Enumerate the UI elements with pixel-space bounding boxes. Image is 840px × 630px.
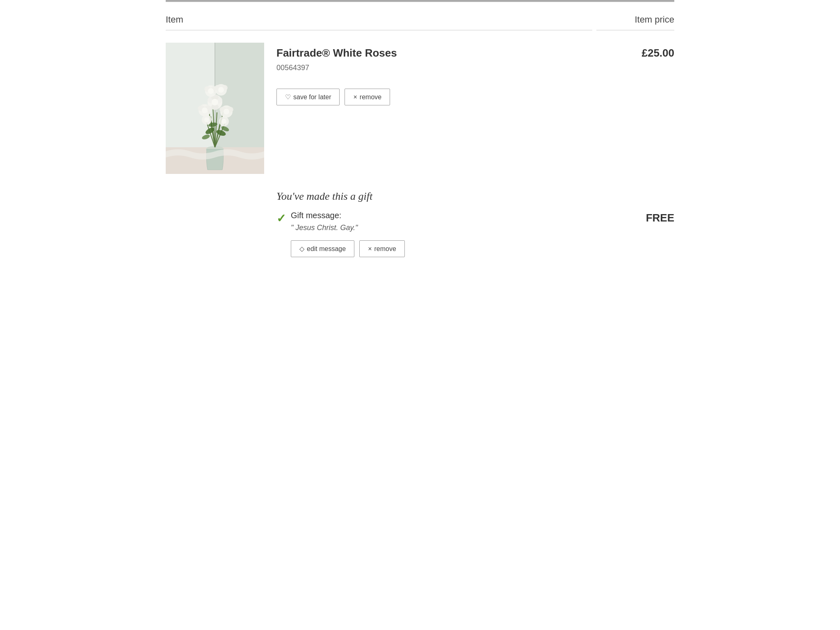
gift-message-label: Gift message: [291, 211, 405, 220]
svg-point-40 [218, 87, 224, 93]
svg-point-28 [202, 107, 208, 113]
gift-actions: ◇ edit message × remove [291, 240, 405, 257]
svg-point-36 [208, 88, 214, 94]
tag-icon: ◇ [299, 245, 304, 253]
gift-price: FREE [600, 211, 674, 224]
edit-message-label: edit message [307, 245, 346, 253]
item-price-column-header: Item price [635, 14, 674, 25]
svg-point-24 [212, 99, 218, 105]
heart-icon: ♡ [285, 93, 291, 101]
item-column-header: Item [166, 14, 183, 25]
save-for-later-label: save for later [293, 94, 331, 101]
page-wrapper: Item Item price [158, 0, 682, 265]
close-icon: × [353, 94, 357, 101]
save-for-later-button[interactable]: ♡ save for later [276, 89, 340, 105]
product-price: £25.00 [600, 43, 674, 59]
flower-illustration [166, 43, 264, 174]
edit-message-button[interactable]: ◇ edit message [291, 240, 354, 257]
gift-message-row: ✓ Gift message: " Jesus Christ. Gay." ◇ … [276, 211, 674, 257]
gift-title: You've made this a gift [276, 190, 674, 203]
remove-gift-button[interactable]: × remove [359, 240, 405, 257]
product-details: Fairtrade® White Roses 00564397 ♡ save f… [264, 43, 600, 105]
gift-message-content: Gift message: " Jesus Christ. Gay." ◇ ed… [291, 211, 405, 257]
close-gift-icon: × [368, 245, 372, 253]
product-image [166, 43, 264, 174]
product-actions: ♡ save for later × remove [276, 89, 600, 105]
item-column-divider [166, 30, 592, 30]
gift-section: You've made this a gift ✓ Gift message: … [166, 182, 674, 265]
table-header: Item Item price [166, 2, 674, 30]
remove-gift-label: remove [374, 245, 396, 253]
remove-product-button[interactable]: × remove [345, 89, 390, 105]
product-sku: 00564397 [276, 64, 600, 72]
product-name: Fairtrade® White Roses [276, 47, 600, 59]
price-column-divider [596, 30, 674, 30]
product-row: Fairtrade® White Roses 00564397 ♡ save f… [166, 30, 674, 182]
gift-message-left: ✓ Gift message: " Jesus Christ. Gay." ◇ … [276, 211, 405, 257]
checkmark-icon: ✓ [276, 212, 286, 225]
gift-message-text: " Jesus Christ. Gay." [291, 224, 405, 232]
svg-point-32 [224, 109, 229, 114]
remove-product-label: remove [360, 94, 381, 101]
svg-point-42 [204, 117, 209, 122]
svg-point-44 [221, 119, 226, 124]
